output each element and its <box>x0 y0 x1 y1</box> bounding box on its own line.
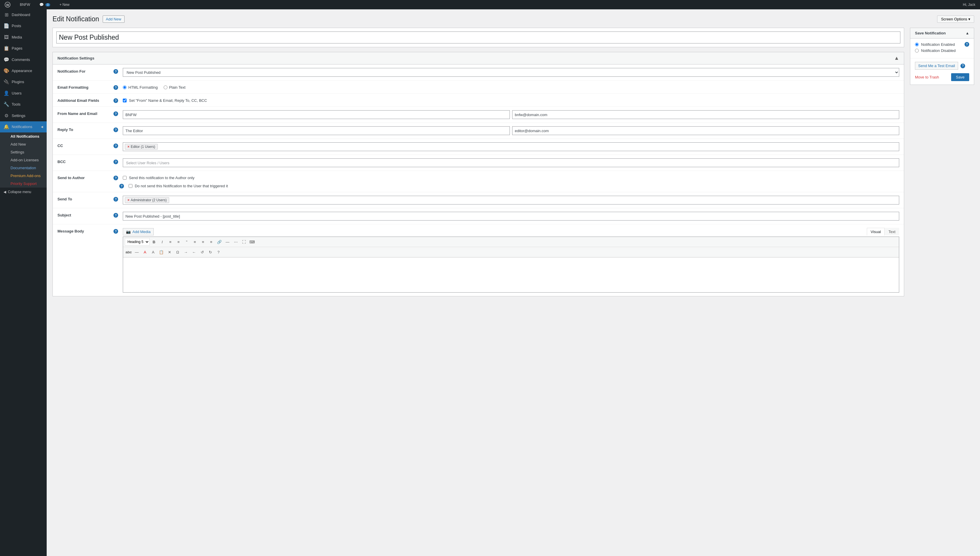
redo-button[interactable]: ↻ <box>207 248 214 256</box>
help-icon-test-email[interactable]: ? <box>961 64 965 68</box>
help-icon-from-name-email[interactable]: ? <box>113 112 118 116</box>
editor-body[interactable] <box>123 257 899 292</box>
plain-text-label[interactable]: Plain Text <box>164 85 186 90</box>
comments-item[interactable]: 💬 0 <box>37 0 53 9</box>
help-icon-message-body[interactable]: ? <box>113 229 118 234</box>
paste-text-button[interactable]: 📋 <box>158 248 165 256</box>
help-icon-notification-for[interactable]: ? <box>113 69 118 74</box>
reply-to-name-input[interactable] <box>123 126 510 135</box>
sidebar-sub-priority-support[interactable]: Priority Support <box>0 180 47 187</box>
additional-fields-checkbox[interactable] <box>123 99 127 102</box>
collapse-menu[interactable]: ◀ Collapse menu <box>0 187 47 196</box>
help-icon-send-to[interactable]: ? <box>113 197 118 202</box>
send-to-author-checkbox[interactable] <box>123 176 127 180</box>
html-formatting-label[interactable]: HTML Formatting <box>123 85 158 90</box>
no-trigger-checkbox-label[interactable]: Do not send this Notification to the Use… <box>129 183 899 188</box>
send-to-author-checkbox-label[interactable]: Send this notification to the Author onl… <box>123 175 899 180</box>
sidebar-item-notifications[interactable]: 🔔 Notifications ◀ <box>0 121 47 133</box>
move-to-trash-link[interactable]: Move to Trash <box>915 75 939 79</box>
heading-select[interactable]: Heading 5 <box>125 238 150 246</box>
dash-button[interactable]: — <box>133 248 140 256</box>
blockquote-button[interactable]: " <box>183 238 191 246</box>
link-button[interactable]: 🔗 <box>216 238 223 246</box>
sidebar-item-plugins[interactable]: 🔌 Plugins <box>0 76 47 87</box>
sidebar-sub-settings[interactable]: Settings <box>0 148 47 156</box>
notification-disabled-label[interactable]: Notification Disabled <box>921 48 956 53</box>
save-button[interactable]: Save <box>951 73 969 81</box>
new-content-item[interactable]: + New <box>57 0 72 9</box>
sidebar-item-settings[interactable]: ⚙ Settings <box>0 110 47 121</box>
screen-options-button[interactable]: Screen Options ▾ <box>937 15 974 23</box>
sidebar-sub-add-new[interactable]: Add New <box>0 140 47 148</box>
help-icon-reply-to[interactable]: ? <box>113 128 118 132</box>
notification-disabled-radio[interactable] <box>915 49 919 53</box>
sidebar-item-appearance[interactable]: 🎨 Appearance <box>0 65 47 76</box>
from-name-input[interactable] <box>123 110 510 119</box>
ul-button[interactable]: ≡ <box>166 238 174 246</box>
subject-input[interactable] <box>123 212 899 221</box>
indent-button[interactable]: → <box>182 248 190 256</box>
outdent-button[interactable]: ← <box>190 248 198 256</box>
strikethrough-button[interactable]: abc <box>125 248 132 256</box>
plain-text-radio[interactable] <box>164 86 168 89</box>
align-right-button[interactable]: ≡ <box>207 238 215 246</box>
notification-for-select[interactable]: New Post Published <box>123 68 899 77</box>
clear-format-button[interactable]: ✕ <box>166 248 173 256</box>
save-box-collapse-icon[interactable]: ▲ <box>965 31 969 35</box>
sidebar-sub-addon-licenses[interactable]: Add-on Licenses <box>0 156 47 164</box>
sidebar-sub-documentation[interactable]: Documentation <box>0 164 47 172</box>
undo-button[interactable]: ↺ <box>199 248 206 256</box>
help-icon-no-trigger[interactable]: ? <box>119 184 124 188</box>
fullscreen-button[interactable]: ⛶ <box>240 238 248 246</box>
help-icon-send-to-author[interactable]: ? <box>113 176 118 180</box>
special-char-button[interactable]: Ω <box>174 248 181 256</box>
notification-title-input[interactable] <box>56 32 900 44</box>
help-icon-cc[interactable]: ? <box>113 144 118 148</box>
more-button[interactable]: ⋯ <box>232 238 239 246</box>
from-email-input[interactable] <box>512 110 899 119</box>
cc-tag-remove[interactable]: × <box>128 145 129 149</box>
ol-button[interactable]: ≡ <box>175 238 182 246</box>
font-color-button[interactable]: A <box>141 248 149 256</box>
site-name-item[interactable]: BNFW <box>18 0 32 9</box>
user-greeting[interactable]: Hi, Jack <box>961 0 978 9</box>
sidebar-item-pages[interactable]: 📋 Pages <box>0 43 47 54</box>
cc-tag-input[interactable]: × Editor (1 Users) <box>123 142 899 151</box>
help-icon-bcc[interactable]: ? <box>113 160 118 164</box>
hr-button[interactable]: — <box>224 238 231 246</box>
keyboard-button[interactable]: ⌨ <box>248 238 256 246</box>
align-left-button[interactable]: ≡ <box>191 238 199 246</box>
bcc-tag-input[interactable]: Select User Roles / Users <box>123 158 899 167</box>
sidebar-sub-all-notifications[interactable]: All Notifications <box>0 133 47 140</box>
send-to-tag-input[interactable]: × Administrator (2 Users) <box>123 196 899 204</box>
align-center-button[interactable]: ≡ <box>199 238 207 246</box>
sidebar-item-dashboard[interactable]: ⊞ Dashboard <box>0 9 47 20</box>
italic-button[interactable]: I <box>158 238 166 246</box>
sidebar-item-posts[interactable]: 📄 Posts <box>0 20 47 32</box>
panel-collapse-button[interactable]: ▲ <box>894 55 899 61</box>
sidebar-item-tools[interactable]: 🔧 Tools <box>0 99 47 110</box>
html-formatting-radio[interactable] <box>123 86 127 89</box>
sidebar-item-users[interactable]: 👤 Users <box>0 88 47 99</box>
help-button[interactable]: ? <box>215 248 222 256</box>
test-email-button[interactable]: Send Me a Test Email <box>915 62 958 70</box>
bold-button[interactable]: B <box>150 238 158 246</box>
reply-to-email-input[interactable] <box>512 126 899 135</box>
font-size-button[interactable]: A <box>149 248 157 256</box>
visual-tab[interactable]: Visual <box>867 228 885 235</box>
notification-enabled-label[interactable]: Notification Enabled <box>921 42 955 47</box>
help-icon-subject[interactable]: ? <box>113 213 118 218</box>
no-trigger-checkbox[interactable] <box>129 184 132 188</box>
text-tab[interactable]: Text <box>885 228 899 235</box>
wp-logo-item[interactable]: W <box>2 0 13 9</box>
additional-fields-checkbox-label[interactable]: Set "From" Name & Email, Reply To, CC, B… <box>123 97 899 103</box>
add-new-button[interactable]: Add New <box>103 15 124 23</box>
help-icon-email-formatting[interactable]: ? <box>113 85 118 90</box>
sidebar-item-comments[interactable]: 💬 Comments <box>0 54 47 65</box>
send-to-tag-remove[interactable]: × <box>128 198 129 202</box>
sidebar-sub-premium-addons[interactable]: Premium Add-ons <box>0 172 47 180</box>
help-icon-additional-fields[interactable]: ? <box>113 98 118 103</box>
notification-enabled-radio[interactable] <box>915 43 919 46</box>
add-media-button[interactable]: 📷 Add Media <box>123 228 154 235</box>
help-icon-enabled[interactable]: ? <box>965 42 969 47</box>
